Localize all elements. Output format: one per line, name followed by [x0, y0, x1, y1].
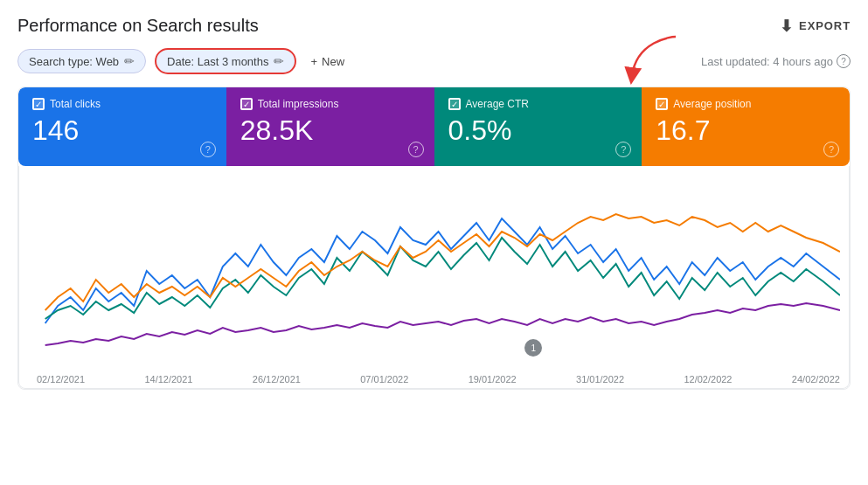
last-updated: Last updated: 4 hours ago ?: [701, 54, 851, 68]
total-impressions-help-icon[interactable]: ?: [408, 142, 424, 157]
header-row: Performance on Search results ⬇ EXPORT: [17, 16, 851, 36]
last-updated-text: Last updated: 4 hours ago: [701, 55, 833, 68]
x-label-7: 24/02/2022: [792, 374, 840, 385]
search-type-filter[interactable]: Search type: Web ✏: [17, 49, 146, 73]
metrics-container: Total clicks 146 ? Total impressions 28.…: [17, 87, 851, 390]
search-type-label: Search type: Web: [29, 55, 119, 68]
metric-card-total-clicks[interactable]: Total clicks 146 ?: [18, 87, 226, 166]
x-label-5: 31/01/2022: [576, 374, 624, 385]
total-clicks-help-icon[interactable]: ?: [200, 142, 216, 157]
page-title: Performance on Search results: [17, 16, 259, 36]
export-label: EXPORT: [799, 19, 851, 32]
average-ctr-help-icon[interactable]: ?: [615, 142, 631, 157]
filter-row: Search type: Web ✏ Date: Last 3 months ✏…: [17, 48, 851, 74]
total-clicks-checkbox[interactable]: [32, 98, 45, 110]
total-impressions-checkbox[interactable]: [240, 98, 253, 110]
average-position-value: 16.7: [656, 115, 836, 146]
average-ctr-checkbox[interactable]: [448, 98, 461, 110]
average-position-label: Average position: [673, 98, 751, 110]
chart-svg: [37, 184, 840, 367]
x-label-4: 19/01/2022: [469, 374, 517, 385]
x-label-3: 07/01/2022: [360, 374, 408, 385]
average-ctr-label: Average CTR: [466, 98, 529, 110]
metric-card-total-impressions[interactable]: Total impressions 28.5K ?: [226, 87, 434, 166]
new-filter-button[interactable]: + New: [305, 51, 350, 73]
average-ctr-value: 0.5%: [448, 115, 628, 146]
total-impressions-label: Total impressions: [258, 98, 339, 110]
x-label-0: 02/12/2021: [37, 374, 85, 385]
metrics-row: Total clicks 146 ? Total impressions 28.…: [18, 87, 850, 166]
chart-container: 1 02/12/2021 14/12/2021 26/12/2021 07/01…: [18, 166, 850, 389]
total-clicks-value: 146: [32, 115, 212, 146]
total-impressions-value: 28.5K: [240, 115, 420, 146]
plus-icon: +: [310, 55, 317, 68]
date-range-label: Date: Last 3 months: [167, 55, 268, 68]
total-clicks-label: Total clicks: [50, 98, 101, 110]
x-label-2: 26/12/2021: [253, 374, 301, 385]
date-range-edit-icon: ✏: [274, 54, 284, 68]
x-label-1: 14/12/2021: [144, 374, 192, 385]
metric-card-average-ctr[interactable]: Average CTR 0.5% ?: [434, 87, 642, 166]
metric-card-average-position[interactable]: Average position 16.7 ?: [642, 87, 850, 166]
new-filter-label: New: [322, 55, 344, 68]
x-label-6: 12/02/2022: [684, 374, 732, 385]
export-button[interactable]: ⬇ EXPORT: [780, 17, 851, 36]
date-range-filter[interactable]: Date: Last 3 months ✏: [155, 48, 296, 74]
x-axis-labels: 02/12/2021 14/12/2021 26/12/2021 07/01/2…: [37, 371, 840, 385]
search-type-edit-icon: ✏: [124, 54, 135, 68]
export-icon: ⬇: [780, 17, 794, 36]
average-position-checkbox[interactable]: [656, 98, 668, 110]
last-updated-help-icon[interactable]: ?: [837, 54, 851, 68]
average-position-help-icon[interactable]: ?: [823, 142, 839, 157]
